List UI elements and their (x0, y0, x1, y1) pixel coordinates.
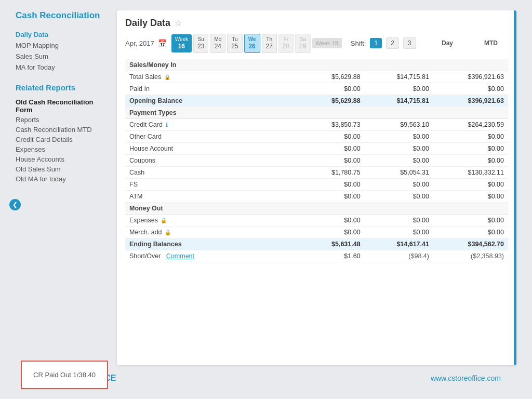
content-header: Daily Data ☆ (125, 18, 508, 29)
day-th-button[interactable]: Th 27 (262, 34, 277, 53)
sidebar-item-sales-sum[interactable]: Sales Sum (16, 51, 112, 62)
sidebar-item-mop-mapping[interactable]: MOP Mapping (16, 40, 112, 51)
day-we-button[interactable]: We 26 (244, 34, 260, 53)
money-out-header: Money Out (125, 202, 508, 214)
day-fr-button[interactable]: Fr 28 (278, 34, 294, 53)
table-row: ATM $0.00 $0.00 $0.00 (125, 190, 508, 202)
sidebar-item-credit-card-details[interactable]: Credit Card Details (16, 135, 112, 144)
day-sa-button[interactable]: Sa 29 (295, 34, 310, 53)
table-row: Cash $1,780.75 $5,054.31 $130,332.11 (125, 166, 508, 178)
sidebar-item-old-sales-sum[interactable]: Old Sales Sum (16, 164, 112, 174)
table-row: House Account $0.00 $0.00 $0.00 (125, 142, 508, 154)
favorite-icon[interactable]: ☆ (175, 18, 182, 28)
sidebar-item-expenses[interactable]: Expenses (16, 144, 112, 154)
next-week-num: 18 (332, 40, 338, 46)
day-tu-button[interactable]: Tu 25 (227, 34, 242, 53)
table-row: Expenses 🔒 $0.00 $0.00 $0.00 (125, 214, 508, 226)
week-label: Week (175, 36, 188, 43)
next-week-button[interactable]: Week 18 (312, 38, 342, 48)
next-week-label: Week (316, 40, 330, 46)
shift-3-button[interactable]: 3 (403, 37, 416, 49)
main-content: Daily Data ☆ Apr, 2017 📅 Week 16 Su 23 (117, 10, 516, 365)
sidebar-related: Old Cash Reconciliation Form Reports Cas… (16, 97, 112, 184)
date-label: Apr, 2017 (125, 39, 154, 47)
lock-icon: 🔒 (164, 74, 170, 80)
table-row: Credit Card ℹ $3,850.73 $9,563.10 $264,2… (125, 118, 508, 130)
day-mo-button[interactable]: Mo 24 (210, 34, 225, 53)
lock-icon-merch: 🔒 (165, 230, 171, 235)
sidebar-title: Cash Reconciliation (16, 10, 112, 21)
page-title: Daily Data (125, 18, 170, 29)
table-row: Coupons $0.00 $0.00 $0.00 (125, 154, 508, 166)
comment-link[interactable]: Comment (166, 252, 194, 260)
date-navigation: Apr, 2017 📅 Week 16 Su 23 Mo 24 (125, 34, 508, 53)
collapse-sidebar-button[interactable]: ❮ (9, 199, 21, 210)
payment-types-header: Payment Types (125, 107, 508, 118)
table-row: Total Sales 🔒 $5,629.88 $14,715.81 $396,… (125, 71, 508, 83)
table-row: Merch. add 🔒 $0.00 $0.00 $0.00 (125, 226, 508, 238)
footer-url: www.cstoreoffice.com (431, 374, 501, 382)
table-row: FS $0.00 $0.00 $0.00 (125, 178, 508, 190)
sidebar-item-daily-data[interactable]: Daily Data (16, 29, 112, 40)
shift-label: Shift: (351, 39, 366, 47)
mtd-col-header: MTD (484, 39, 498, 47)
sidebar: Cash Reconciliation Daily Data MOP Mappi… (16, 10, 117, 365)
shift-1-button[interactable]: 1 (370, 38, 382, 48)
sidebar-nav: Daily Data MOP Mapping Sales Sum MA for … (16, 29, 112, 73)
table-row: Other Card $0.00 $0.00 $0.00 (125, 130, 508, 142)
shift-section: Shift: 1 2 3 (351, 37, 416, 49)
day-su-button[interactable]: Su 23 (193, 34, 208, 53)
calendar-icon[interactable]: 📅 (158, 39, 167, 47)
current-week-button[interactable]: Week 16 (171, 34, 192, 52)
cr-paid-out-text: CR Paid Out 1/38.40 (33, 371, 96, 379)
related-reports-title: Related Reports (16, 83, 112, 92)
sidebar-item-old-ma-today[interactable]: Old MA for today (16, 174, 112, 184)
sidebar-item-reports[interactable]: Reports (16, 115, 112, 125)
sidebar-item-old-cash-recon[interactable]: Old Cash Reconciliation Form (16, 97, 112, 115)
sidebar-item-cash-recon-mtd[interactable]: Cash Reconciliation MTD (16, 125, 112, 135)
sidebar-item-ma-today[interactable]: MA for Today (16, 62, 112, 73)
opening-balance-row: Opening Balance $5,629.88 $14,715.81 $39… (125, 95, 508, 107)
data-table: Sales/Money In Total Sales 🔒 $5,629.88 $… (125, 59, 508, 262)
week-num: 16 (175, 43, 188, 51)
lock-icon-expenses: 🔒 (161, 218, 167, 223)
short-over-row: Short/Over Comment $1.60 ($98.4) ($2,358… (125, 250, 508, 262)
sales-money-in-header: Sales/Money In (125, 59, 508, 71)
ending-balances-row: Ending Balances $5,631.48 $14,617.41 $39… (125, 238, 508, 250)
cr-paid-out-box: CR Paid Out 1/38.40 (21, 361, 108, 389)
sidebar-item-house-accounts[interactable]: House Accounts (16, 154, 112, 164)
table-row: Paid In $0.00 $0.00 $0.00 (125, 83, 508, 95)
day-col-header: Day (442, 39, 453, 47)
info-icon[interactable]: ℹ (166, 122, 168, 128)
shift-2-button[interactable]: 2 (386, 37, 399, 49)
